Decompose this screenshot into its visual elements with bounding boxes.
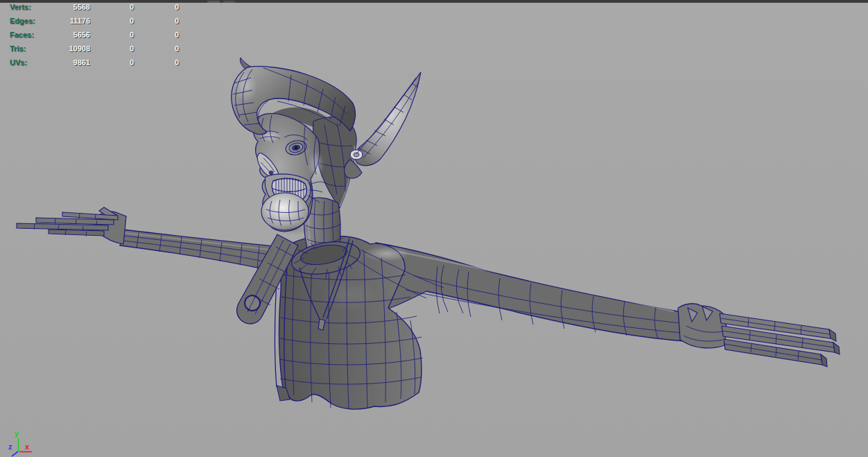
hud-label: Verts: xyxy=(10,0,53,14)
hud-col3: 0 xyxy=(134,55,179,69)
hud-row-edges: Edges:1117600 xyxy=(10,14,179,28)
hud-col3: 0 xyxy=(134,28,179,42)
model-right-arm xyxy=(376,243,685,341)
hud-total: 5568 xyxy=(53,0,90,14)
hud-col3: 0 xyxy=(134,0,179,14)
hud-label: Tris: xyxy=(10,42,53,55)
hud-row-tris: Tris:1090800 xyxy=(10,42,179,55)
hud-row-verts: Verts:556800 xyxy=(10,0,179,14)
view-axis-gizmo: y z x xyxy=(8,429,32,456)
hud-label: Faces: xyxy=(10,28,53,42)
hud-col3: 0 xyxy=(134,42,179,55)
hud-total: 11176 xyxy=(53,14,90,28)
hud-total: 9861 xyxy=(53,55,90,69)
axis-z-label: z xyxy=(8,442,12,451)
hud-total: 5656 xyxy=(53,28,90,42)
axis-x-label: x xyxy=(25,442,30,451)
poly-count-hud: Verts:556800 Edges:1117600 Faces:565600 … xyxy=(10,0,179,69)
hud-col2: 0 xyxy=(90,55,134,69)
hud-label: Edges: xyxy=(10,14,53,28)
hud-col2: 0 xyxy=(90,28,134,42)
hud-col2: 0 xyxy=(90,14,134,28)
hud-col2: 0 xyxy=(90,42,134,55)
hud-label: UVs: xyxy=(10,55,53,69)
model-ear xyxy=(345,72,421,178)
viewport-screen: Verts:556800 Edges:1117600 Faces:565600 … xyxy=(0,0,868,457)
hud-row-uvs: UVs:986100 xyxy=(10,55,179,69)
hud-col3: 0 xyxy=(134,14,179,28)
hud-total: 10908 xyxy=(53,42,90,55)
hud-row-faces: Faces:565600 xyxy=(10,28,179,42)
hud-col2: 0 xyxy=(90,0,134,14)
model-right-hand xyxy=(678,304,840,367)
axis-y-label: y xyxy=(15,429,19,438)
model-left-hand xyxy=(17,207,126,244)
